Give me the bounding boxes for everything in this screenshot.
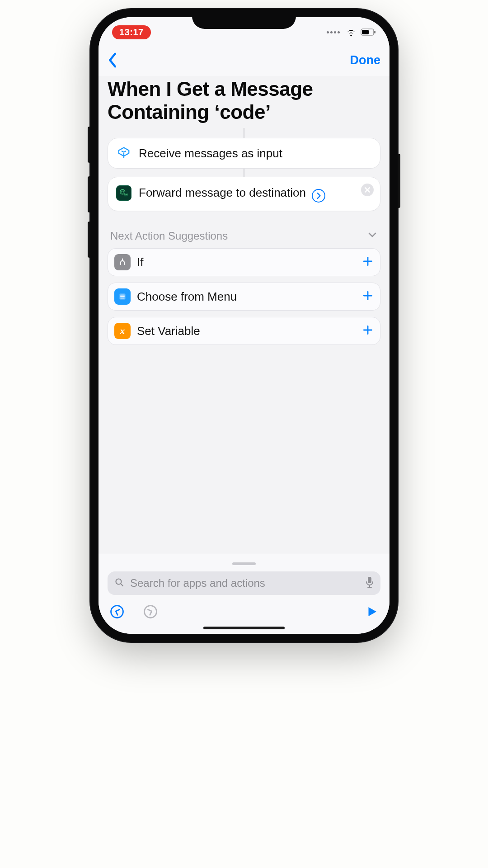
- suggestions-title: Next Action Suggestions: [110, 230, 228, 242]
- svg-point-8: [111, 606, 123, 618]
- redo-button: [143, 604, 158, 621]
- flow-connector: [108, 169, 380, 177]
- wifi-icon: [345, 28, 357, 37]
- bottom-panel: [99, 554, 389, 634]
- nav-bar: Done: [99, 44, 389, 76]
- done-button[interactable]: Done: [350, 53, 381, 67]
- screen: 13:17 Done W: [99, 17, 389, 634]
- remove-action-button[interactable]: [361, 184, 374, 196]
- suggestions-header[interactable]: Next Action Suggestions: [108, 219, 380, 248]
- dictation-icon[interactable]: [365, 576, 374, 590]
- menu-icon: [114, 288, 131, 305]
- svg-rect-2: [374, 31, 375, 33]
- svg-rect-1: [362, 30, 369, 34]
- run-button[interactable]: [365, 605, 379, 620]
- svg-point-6: [116, 579, 122, 585]
- action-receive-input-label: Receive messages as input: [139, 146, 282, 160]
- undo-button[interactable]: [109, 604, 125, 621]
- suggestion-if-label: If: [137, 255, 356, 269]
- suggestion-if[interactable]: If: [108, 248, 380, 276]
- phone-frame: 13:17 Done W: [90, 9, 398, 642]
- search-bar[interactable]: [108, 571, 380, 595]
- back-button[interactable]: [108, 52, 117, 68]
- forward-app-icon: [116, 185, 131, 201]
- variable-icon: x: [114, 323, 131, 339]
- drag-handle[interactable]: [232, 562, 256, 565]
- svg-point-9: [145, 606, 157, 618]
- flow-connector: [108, 128, 380, 138]
- notch: [192, 9, 296, 29]
- action-forward-label: Forward message to destination: [139, 185, 325, 203]
- status-right: [327, 28, 376, 37]
- suggestion-set-variable[interactable]: x Set Variable: [108, 317, 380, 345]
- search-input[interactable]: [130, 577, 360, 590]
- add-suggestion-button[interactable]: [362, 290, 374, 303]
- suggestion-variable-label: Set Variable: [137, 324, 356, 338]
- search-icon: [114, 577, 125, 590]
- action-forward-message[interactable]: Forward message to destination: [108, 177, 380, 211]
- action-details-icon[interactable]: [312, 189, 325, 203]
- status-time-recording[interactable]: 13:17: [112, 25, 151, 39]
- if-icon: [114, 254, 131, 270]
- chevron-down-icon: [367, 229, 378, 243]
- add-suggestion-button[interactable]: [362, 324, 374, 338]
- action-forward-text: Forward message to destination: [139, 186, 306, 199]
- home-indicator[interactable]: [203, 627, 285, 629]
- svg-rect-7: [368, 577, 371, 583]
- content: When I Get a Message Containing ‘code’ R…: [99, 76, 389, 554]
- automation-title: When I Get a Message Containing ‘code’: [108, 76, 380, 128]
- suggestion-menu-label: Choose from Menu: [137, 290, 356, 304]
- status-dots-icon: [327, 31, 340, 33]
- shortcuts-input-icon: [116, 146, 131, 161]
- editor-toolbar: [108, 595, 380, 621]
- add-suggestion-button[interactable]: [362, 255, 374, 269]
- battery-icon: [361, 28, 376, 36]
- suggestion-choose-from-menu[interactable]: Choose from Menu: [108, 283, 380, 311]
- action-receive-input[interactable]: Receive messages as input: [108, 138, 380, 169]
